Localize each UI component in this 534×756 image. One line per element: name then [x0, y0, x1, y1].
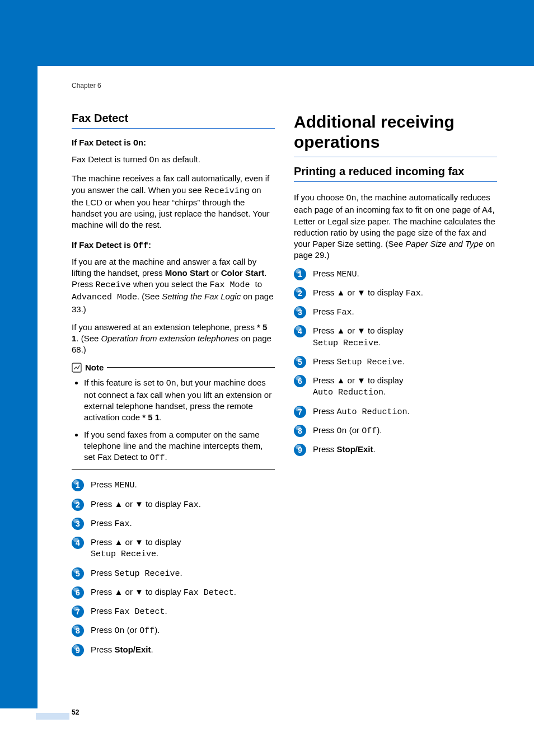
step-bullet: 5 [294, 356, 306, 368]
step-bullet: 7 [294, 406, 306, 418]
t: Fax Detect [115, 607, 165, 617]
t: . [402, 356, 405, 366]
t: to display [143, 499, 184, 509]
step-text: Press Setup Receive. [91, 567, 182, 580]
page-number: 52 [72, 708, 79, 716]
paragraph: If you choose On, the machine automatica… [294, 192, 497, 261]
step-1: 1Press MENU. [72, 479, 275, 491]
down-arrow-icon: ▼ [135, 537, 143, 547]
t: . [130, 518, 132, 528]
t: Off [133, 241, 148, 251]
down-arrow-icon: ▼ [357, 288, 366, 297]
t: . [151, 645, 153, 654]
step-bullet: 8 [294, 425, 306, 437]
fax-detect-on-heading: If Fax Detect is On: [72, 138, 275, 148]
t: Press [313, 288, 337, 297]
paragraph: Fax Detect is turned On as default. [72, 154, 275, 166]
step-bullet: 9 [294, 444, 306, 456]
t: or [209, 268, 221, 278]
step-text: Press Fax Detect. [91, 605, 167, 618]
t: Press [313, 307, 337, 316]
t: If you answered at an extension telephon… [72, 322, 257, 332]
right-column: Additional receiving operations Printing… [294, 112, 497, 656]
step-bullet: 1 [294, 268, 306, 280]
step-text: Press On (or Off). [91, 624, 160, 637]
step-text: Press ▲ or ▼ to display Auto Reduction. [313, 375, 403, 399]
step-bullet: 8 [72, 624, 84, 637]
t: Press [313, 375, 337, 385]
t: Setup Receive [337, 358, 402, 367]
t: Receive [96, 280, 131, 290]
t: On [133, 139, 143, 148]
t: Fax [115, 519, 130, 529]
t: Fax Detect is turned [72, 154, 149, 164]
step-text: Press Auto Reduction. [313, 406, 410, 418]
t: If you choose [294, 192, 346, 202]
t: Fax [406, 289, 421, 298]
t: Setup Receive [115, 569, 180, 579]
paragraph: The machine receives a fax call automati… [72, 173, 275, 231]
step-bullet: 3 [294, 306, 306, 318]
up-arrow-icon: ▲ [115, 587, 123, 597]
step-text: Press ▲ or ▼ to display Fax. [313, 287, 423, 299]
step-7: 7Press Auto Reduction. [294, 406, 497, 418]
t: Off [139, 626, 154, 636]
t: MENU [337, 270, 357, 279]
step-8: 8Press On (or Off). [72, 624, 275, 637]
t: Paper Size and Type [405, 239, 483, 248]
t: If Fax Detect is [72, 138, 133, 147]
step-text: Press MENU. [91, 479, 137, 491]
paragraph: If you are at the machine and answer a f… [72, 256, 275, 315]
t: On [337, 426, 347, 436]
t: On [166, 379, 176, 388]
t: Fax [184, 500, 199, 510]
t: Setting the Fax Logic [162, 292, 241, 301]
step-text: Press ▲ or ▼ to display Fax. [91, 499, 201, 511]
step-3: 3Press Fax. [294, 306, 497, 318]
step-bullet: 5 [72, 567, 84, 580]
t: or [345, 288, 357, 297]
up-arrow-icon: ▲ [337, 375, 345, 385]
t: . [234, 587, 236, 597]
t: Press [91, 587, 115, 597]
t: : [143, 138, 146, 147]
note-list: If this feature is set to On, but your m… [72, 377, 275, 464]
content-area: Fax Detect 6 If Fax Detect is On: Fax De… [72, 112, 497, 656]
heading-text: Fax Detect [72, 112, 128, 124]
t: to display [143, 537, 181, 547]
t: On [149, 156, 159, 165]
t: to display [366, 375, 404, 385]
t: when you select the [131, 279, 210, 289]
t: . [421, 288, 423, 297]
step-text: Press ▲ or ▼ to display Setup Receive. [313, 325, 403, 349]
note-item: If this feature is set to On, but your m… [84, 377, 275, 424]
t: Fax Mode [209, 280, 255, 290]
t: Press [313, 326, 337, 335]
t: . (See [76, 334, 101, 343]
t: . [383, 387, 386, 396]
note-rule [107, 367, 275, 368]
step-text: Press ▲ or ▼ to display Fax Detect. [91, 586, 236, 599]
step-5: 5Press Setup Receive. [294, 356, 497, 368]
t: or [345, 326, 357, 335]
t: Press [91, 625, 115, 635]
page: Chapter 6 Fax Detect 6 If Fax Detect is … [0, 0, 534, 756]
note-item: If you send faxes from a computer on the… [84, 429, 275, 464]
paragraph: If you answered at an extension telephon… [72, 322, 275, 356]
t: Press [313, 269, 337, 278]
t: Printing a reduced incoming fax [294, 165, 465, 177]
t: Press [313, 425, 337, 435]
step-text: Press ▲ or ▼ to display Setup Receive. [91, 537, 181, 561]
t: Press [91, 537, 115, 547]
chapter-label: Chapter 6 [72, 82, 101, 90]
step-bullet: 9 [72, 644, 84, 656]
step-bullet: 7 [72, 605, 84, 618]
page-footer: 52 [72, 707, 79, 717]
t: Auto Reduction [337, 407, 407, 417]
auto-reduction-steps: 1Press MENU. 2Press ▲ or ▼ to display Fa… [294, 268, 497, 457]
t: or [123, 587, 135, 597]
t: . [357, 269, 359, 278]
t: Press [313, 406, 337, 416]
step-4: 4Press ▲ or ▼ to display Setup Receive. [294, 325, 497, 349]
t: . [378, 337, 381, 347]
